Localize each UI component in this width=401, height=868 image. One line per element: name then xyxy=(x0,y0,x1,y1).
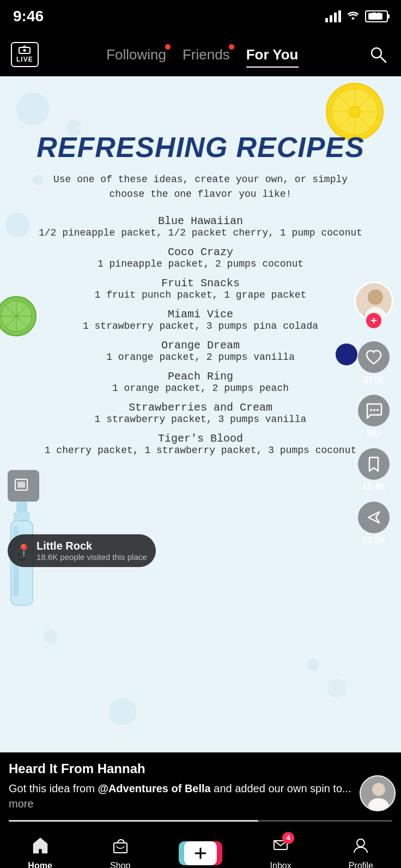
friends-dot xyxy=(229,44,234,50)
share-avatar[interactable] xyxy=(360,775,396,811)
recipe-subtitle: Use one of these ideas, create your own,… xyxy=(16,172,385,202)
share-icon xyxy=(358,502,390,533)
action-sidebar: + 671K xyxy=(354,281,393,545)
svg-point-32 xyxy=(370,409,372,411)
live-tv-icon xyxy=(19,45,31,56)
inbox-badge-container: 4 xyxy=(271,836,290,858)
bookmark-icon xyxy=(358,448,390,480)
svg-rect-42 xyxy=(275,851,287,852)
tab-for-you[interactable]: For You xyxy=(246,46,299,63)
location-visitors: 18.6K people visited this place xyxy=(37,552,147,562)
shop-icon xyxy=(111,836,130,858)
bookmark-button[interactable]: 15.4K xyxy=(358,448,390,492)
svg-point-10 xyxy=(349,106,360,117)
inbox-label: Inbox xyxy=(270,861,291,869)
content-area: REFRESHING RECIPES Use one of these idea… xyxy=(0,76,401,826)
add-button[interactable] xyxy=(179,840,222,867)
recipe-item-tigers-blood: Tiger's Blood 1 cherry packet, 1 strawbe… xyxy=(16,432,385,456)
location-pin-icon: 📍 xyxy=(16,544,31,558)
like-button[interactable]: 671K xyxy=(358,341,390,385)
video-author: Heard It From Hannah xyxy=(9,761,357,776)
recipe-card: REFRESHING RECIPES Use one of these idea… xyxy=(0,76,401,752)
recipe-item-fruit-snacks: Fruit Snacks 1 fruit punch packet, 1 gra… xyxy=(16,277,385,300)
battery-icon: 72 xyxy=(365,10,388,22)
recipe-item-blue-hawaiian: Blue Hawaiian 1/2 pineapple packet, 1/2 … xyxy=(16,215,385,238)
tab-friends[interactable]: Friends xyxy=(183,46,230,63)
bubble-decoration xyxy=(44,630,57,643)
video-description: Heard It From Hannah Got this idea from … xyxy=(0,752,401,820)
status-time: 9:46 xyxy=(13,8,44,25)
search-button[interactable] xyxy=(366,43,390,67)
share-count: 12.3K xyxy=(362,535,386,545)
location-info: Little Rock 18.6K people visited this pl… xyxy=(37,540,147,562)
shop-label: Shop xyxy=(110,861,130,869)
progress-fill xyxy=(9,820,258,822)
video-overlay-icon[interactable] xyxy=(8,470,39,502)
svg-point-34 xyxy=(376,409,379,411)
status-bar: 9:46 72 xyxy=(0,0,401,33)
recipe-item-strawberries-cream: Strawberries and Cream 1 strawberry pack… xyxy=(16,401,385,425)
recipe-list: Blue Hawaiian 1/2 pineapple packet, 1/2 … xyxy=(16,215,385,456)
live-badge[interactable]: LIVE xyxy=(11,42,39,67)
signal-icon xyxy=(325,10,341,22)
inbox-badge-count: 4 xyxy=(282,832,294,844)
bubble-decoration xyxy=(109,698,136,725)
add-btn-center xyxy=(184,841,217,865)
home-label: Home xyxy=(28,861,52,869)
comment-count: 302 xyxy=(367,429,381,438)
nav-inbox[interactable]: 4 Inbox xyxy=(259,836,302,869)
nav-profile[interactable]: Profile xyxy=(339,836,382,869)
share-button[interactable]: 12.3K xyxy=(358,502,390,545)
svg-rect-18 xyxy=(14,513,30,521)
home-icon xyxy=(31,836,50,858)
svg-point-36 xyxy=(372,783,385,796)
bubble-decoration xyxy=(327,679,347,698)
tab-following[interactable]: Following xyxy=(106,46,166,63)
svg-point-43 xyxy=(357,839,364,847)
like-icon xyxy=(358,341,390,373)
progress-bar-container[interactable] xyxy=(0,820,401,826)
following-dot xyxy=(165,44,171,50)
svg-rect-25 xyxy=(17,481,25,488)
nav-tabs: Following Friends For You xyxy=(106,46,298,63)
progress-bar xyxy=(9,820,392,822)
svg-point-33 xyxy=(373,409,375,411)
recipe-title: REFRESHING RECIPES xyxy=(16,131,385,164)
more-link[interactable]: more xyxy=(9,798,34,810)
bubble-decoration xyxy=(16,93,49,125)
svg-rect-17 xyxy=(16,502,27,513)
svg-rect-39 xyxy=(114,843,127,853)
like-count: 671K xyxy=(363,375,384,385)
nav-shop[interactable]: Shop xyxy=(99,836,142,869)
comment-button[interactable]: 302 xyxy=(358,395,390,438)
recipe-item-miami-vice: Miami Vice 1 strawberry packet, 3 pumps … xyxy=(16,308,385,331)
bookmark-count: 15.4K xyxy=(362,482,386,492)
status-icons: 72 xyxy=(325,10,388,23)
svg-line-3 xyxy=(380,57,386,62)
profile-icon xyxy=(351,836,370,858)
nav-home[interactable]: Home xyxy=(19,836,62,869)
live-text: LIVE xyxy=(16,56,33,63)
recipe-item-coco-crazy: Coco Crazy 1 pineapple packet, 2 pumps c… xyxy=(16,246,385,269)
bubble-decoration xyxy=(307,659,319,671)
recipe-item-peach-ring: Peach Ring 1 orange packet, 2 pumps peac… xyxy=(16,370,385,394)
location-badge[interactable]: 📍 Little Rock 18.6K people visited this … xyxy=(8,534,156,567)
nav-add[interactable] xyxy=(179,840,222,867)
follow-plus-button[interactable]: + xyxy=(366,313,381,328)
recipe-item-orange-dream: Orange Dream 1 orange packet, 2 pumps va… xyxy=(16,339,385,363)
bottom-nav: Home Shop xyxy=(0,826,401,868)
video-caption: Got this idea from @Adventures of Bella … xyxy=(9,781,357,811)
svg-point-1 xyxy=(23,49,26,52)
wifi-icon xyxy=(347,10,360,23)
profile-label: Profile xyxy=(349,861,373,869)
comment-icon xyxy=(358,395,390,426)
mention[interactable]: @Adventures of Bella xyxy=(98,782,210,794)
creator-avatar-container[interactable]: + xyxy=(354,281,393,321)
search-icon xyxy=(369,45,387,64)
svg-point-29 xyxy=(368,290,383,305)
location-name: Little Rock xyxy=(37,540,147,552)
top-nav: LIVE Following Friends For You xyxy=(0,33,401,76)
